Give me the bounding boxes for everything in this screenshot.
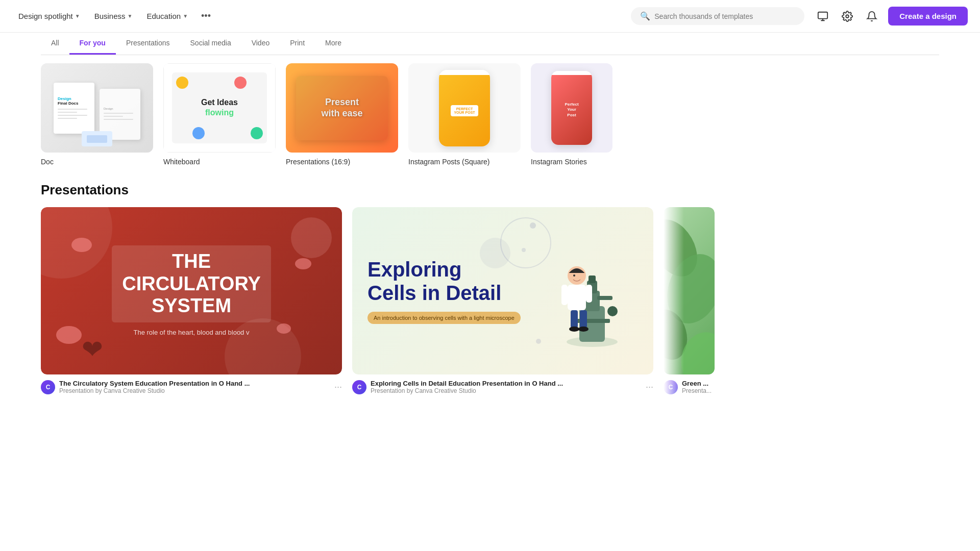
instagram-posts-thumbnail: PERFECTYOUR POST (408, 63, 521, 153)
tab-for-you[interactable]: For you (69, 33, 116, 55)
cells-more-icon[interactable]: ··· (646, 382, 653, 392)
wb-dot-blue (192, 127, 205, 139)
stories-text: PerfectYourPost (565, 102, 578, 118)
green-card-logo: C (664, 380, 678, 394)
instagram-posts-label: Instagram Posts (Square) (408, 158, 521, 166)
doc-thumbnail: DesignFinal Docs Design (41, 63, 153, 153)
phone-badge-text: PERFECTYOUR POST (451, 105, 478, 116)
template-card-doc[interactable]: DesignFinal Docs Design (41, 63, 153, 166)
nav-design-spotlight-label: Design spotlight (18, 12, 73, 20)
cells-title: ExploringCells in Detail (368, 258, 521, 305)
svg-point-8 (607, 306, 618, 316)
pres-card-green[interactable]: C Green ... Presenta... (664, 207, 715, 394)
main-content: All For you Presentations Social media V… (0, 33, 980, 394)
svg-point-18 (578, 327, 589, 332)
nav-more-button[interactable]: ••• (196, 7, 216, 26)
tab-all[interactable]: All (41, 33, 69, 55)
top-navigation: Design spotlight ▼ Business ▼ Education … (0, 0, 980, 33)
wb-dot-yellow (176, 77, 188, 89)
circulatory-thumbnail: ❤ THECIRCULATORYSYSTEM The role of the h… (41, 207, 342, 374)
search-icon: 🔍 (640, 11, 650, 21)
svg-rect-0 (818, 12, 827, 18)
circulatory-center-content: THECIRCULATORYSYSTEM The role of the hea… (112, 245, 271, 336)
settings-icon-button[interactable] (837, 6, 857, 27)
cells-card-author: Presentation by Canva Creative Studio (371, 387, 642, 394)
nav-education-label: Education (146, 12, 181, 20)
blood-cell-4 (277, 323, 291, 334)
deco-circle-3 (291, 217, 332, 258)
education-chevron-icon: ▼ (183, 13, 188, 19)
monitor-icon-button[interactable] (813, 6, 833, 27)
svg-rect-9 (574, 319, 610, 323)
category-tabs: All For you Presentations Social media V… (41, 33, 939, 55)
svg-point-14 (573, 274, 575, 277)
nav-icon-group (813, 6, 882, 27)
template-types-row: DesignFinal Docs Design (41, 63, 939, 166)
presentations-section-title: Presentations (41, 182, 939, 198)
business-chevron-icon: ▼ (128, 13, 133, 19)
cells-card-name: Exploring Cells in Detail Education Pres… (371, 380, 642, 387)
blood-cell-3 (56, 326, 82, 344)
green-card-author: Presenta... (682, 387, 715, 394)
person-microscope-decoration (541, 207, 643, 374)
presentations-label: Presentations (16:9) (286, 158, 398, 166)
tab-video[interactable]: Video (241, 33, 280, 55)
wb-dot-green (251, 127, 263, 139)
svg-point-1 (846, 15, 849, 18)
circulatory-card-meta: The Circulatory System Education Present… (59, 380, 330, 394)
svg-rect-11 (568, 285, 586, 310)
cells-content: ExploringCells in Detail An introduction… (368, 258, 521, 324)
tab-social-media[interactable]: Social media (180, 33, 241, 55)
presentations-grid: ❤ THECIRCULATORYSYSTEM The role of the h… (41, 207, 939, 394)
green-card-footer: C Green ... Presenta... (664, 380, 715, 394)
svg-rect-7 (597, 296, 612, 300)
wb-text: Get Ideasflowing (201, 97, 238, 119)
blood-cell-2 (295, 258, 311, 269)
cells-thumbnail: ExploringCells in Detail An introduction… (352, 207, 653, 374)
svg-rect-15 (571, 310, 578, 328)
circulatory-subtitle: The role of the heart, blood and blood v (112, 329, 271, 336)
doc-label: Doc (41, 158, 153, 166)
cells-tag: An introduction to observing cells with … (368, 312, 521, 324)
green-card-meta: Green ... Presenta... (682, 380, 715, 394)
notification-icon-button[interactable] (862, 6, 882, 27)
whiteboard-label: Whiteboard (163, 158, 276, 166)
circulatory-card-author: Presentation by Canva Creative Studio (59, 387, 330, 394)
pres-card-cells[interactable]: ExploringCells in Detail An introduction… (352, 207, 653, 394)
svg-rect-13 (586, 285, 592, 303)
tab-more[interactable]: More (315, 33, 352, 55)
tab-print[interactable]: Print (280, 33, 315, 55)
circulatory-card-footer: C The Circulatory System Education Prese… (41, 380, 342, 394)
heart-decoration: ❤ (82, 335, 103, 364)
nav-design-spotlight[interactable]: Design spotlight ▼ (12, 8, 86, 24)
cells-card-footer: C Exploring Cells in Detail Education Pr… (352, 380, 653, 394)
blood-cell-1 (71, 238, 92, 252)
green-card-name: Green ... (682, 380, 715, 387)
search-bar[interactable]: 🔍 (631, 7, 804, 25)
template-card-instagram-stories[interactable]: PerfectYourPost Instagram Stories (531, 63, 612, 166)
template-card-whiteboard[interactable]: Get Ideasflowing Whiteboard (163, 63, 276, 166)
nav-business-label: Business (94, 12, 126, 20)
circulatory-title: THECIRCULATORYSYSTEM (112, 245, 271, 322)
svg-rect-6 (589, 276, 596, 283)
svg-point-20 (664, 246, 715, 331)
nav-business[interactable]: Business ▼ (88, 8, 139, 24)
tab-presentations[interactable]: Presentations (116, 33, 180, 55)
whiteboard-thumbnail: Get Ideasflowing (163, 63, 276, 153)
template-card-instagram-posts[interactable]: PERFECTYOUR POST Instagram Posts (Square… (408, 63, 521, 166)
instagram-stories-thumbnail: PerfectYourPost (531, 63, 612, 153)
nav-education[interactable]: Education ▼ (140, 8, 194, 24)
create-design-button[interactable]: Create a design (888, 7, 968, 26)
svg-point-17 (569, 327, 579, 332)
circulatory-card-logo: C (41, 380, 55, 394)
cells-card-meta: Exploring Cells in Detail Education Pres… (371, 380, 642, 394)
pres-card-circulatory[interactable]: ❤ THECIRCULATORYSYSTEM The role of the h… (41, 207, 342, 394)
template-card-presentations-16-9[interactable]: Presentwith ease Presentations (16:9) (286, 63, 398, 166)
cells-card-logo: C (352, 380, 366, 394)
presentations-thumbnail: Presentwith ease (286, 63, 398, 153)
search-input[interactable] (654, 12, 795, 20)
design-spotlight-chevron-icon: ▼ (75, 13, 80, 19)
svg-rect-12 (561, 285, 568, 305)
svg-rect-16 (580, 310, 587, 328)
circulatory-more-icon[interactable]: ··· (334, 382, 342, 392)
